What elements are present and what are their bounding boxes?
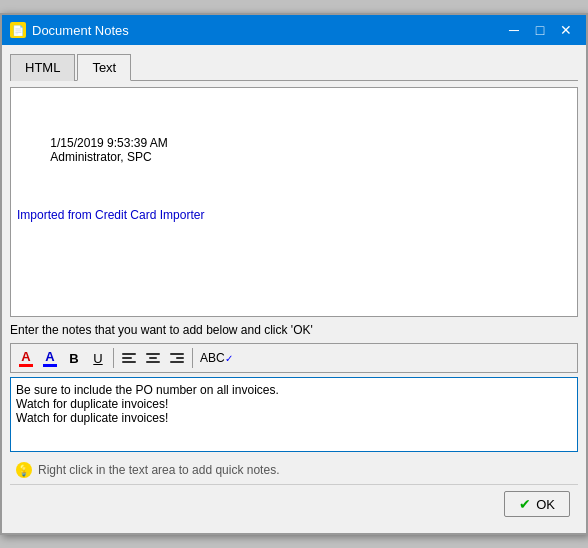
underline-icon: U (93, 351, 102, 366)
window-controls: ─ □ ✕ (502, 20, 578, 40)
formatting-toolbar: A A B U (10, 343, 578, 373)
align-right-line2 (176, 357, 184, 359)
window-title: Document Notes (32, 23, 502, 38)
align-left-line2 (122, 357, 132, 359)
main-window: 📄 Document Notes ─ □ ✕ HTML Text 1/15/20… (0, 13, 588, 535)
edit-area-wrapper: Be sure to include the PO number on all … (10, 377, 578, 452)
window-icon: 📄 (10, 22, 26, 38)
align-right-button[interactable] (166, 347, 188, 369)
font-color-red-button[interactable]: A (15, 347, 37, 369)
align-right-line1 (170, 353, 184, 355)
hint-icon: 💡 (16, 462, 32, 478)
spellcheck-icon: ABC✓ (200, 351, 233, 365)
close-button[interactable]: ✕ (554, 20, 578, 40)
bottom-bar: ✔ OK (10, 484, 578, 525)
minimize-button[interactable]: ─ (502, 20, 526, 40)
hint-text: Right click in the text area to add quic… (38, 463, 279, 477)
instruction-text: Enter the notes that you want to add bel… (10, 323, 578, 337)
spellcheck-button[interactable]: ABC✓ (197, 347, 236, 369)
tab-bar: HTML Text (10, 53, 578, 81)
title-bar: 📄 Document Notes ─ □ ✕ (2, 15, 586, 45)
note-timestamp: 1/15/2019 9:53:39 AM Administrator, SPC (17, 122, 571, 178)
font-color-blue-bar (43, 364, 57, 367)
bold-icon: B (69, 351, 78, 366)
font-color-a-label: A (21, 350, 30, 363)
note-source: Imported from Credit Card Importer (17, 208, 571, 222)
notes-edit-input[interactable]: Be sure to include the PO number on all … (11, 378, 577, 448)
maximize-button[interactable]: □ (528, 20, 552, 40)
window-body: HTML Text 1/15/2019 9:53:39 AM Administr… (2, 45, 586, 533)
ok-button[interactable]: ✔ OK (504, 491, 570, 517)
toolbar-separator-2 (192, 348, 193, 368)
align-right-line3 (170, 361, 184, 363)
toolbar-separator-1 (113, 348, 114, 368)
align-left-line1 (122, 353, 136, 355)
align-center-button[interactable] (142, 347, 164, 369)
align-left-line3 (122, 361, 136, 363)
font-color-blue-button[interactable]: A (39, 347, 61, 369)
notes-content: 1/15/2019 9:53:39 AM Administrator, SPC … (17, 94, 571, 250)
hint-row: 💡 Right click in the text area to add qu… (10, 458, 578, 482)
align-center-line2 (149, 357, 157, 359)
ok-check-icon: ✔ (519, 496, 531, 512)
notes-display-area: 1/15/2019 9:53:39 AM Administrator, SPC … (10, 87, 578, 317)
bold-button[interactable]: B (63, 347, 85, 369)
underline-button[interactable]: U (87, 347, 109, 369)
ok-label: OK (536, 497, 555, 512)
align-left-button[interactable] (118, 347, 140, 369)
font-color-blue-a-label: A (45, 350, 54, 363)
align-center-line1 (146, 353, 160, 355)
align-center-line3 (146, 361, 160, 363)
tab-html[interactable]: HTML (10, 54, 75, 81)
font-color-red-bar (19, 364, 33, 367)
tab-text[interactable]: Text (77, 54, 131, 81)
